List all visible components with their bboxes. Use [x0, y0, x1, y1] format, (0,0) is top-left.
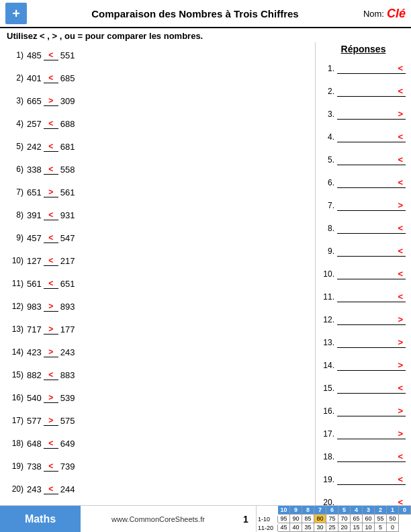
score-data-row: 11-20454035302520151050 — [257, 523, 411, 532]
problem-content: 457 < 547 — [27, 233, 75, 243]
operator-answer: > — [44, 393, 58, 403]
answer-number: 1. — [321, 64, 334, 73]
answer-row: 10. < — [321, 263, 406, 285]
number-right: 681 — [60, 142, 75, 152]
problem-row: 5) 242 < 681 — [7, 135, 308, 158]
score-value-cell: 45 — [278, 523, 290, 532]
problem-content: 882 < 883 — [27, 370, 75, 380]
operator-answer: < — [44, 439, 58, 449]
operator-answer: < — [44, 461, 58, 472]
operator-answer: < — [44, 119, 58, 129]
answer-number: 5. — [321, 155, 334, 165]
problem-content: 665 > 309 — [27, 96, 75, 106]
number-left: 983 — [27, 302, 42, 312]
operator-answer: > — [44, 96, 58, 106]
answer-row: 6. < — [321, 171, 406, 194]
number-right: 883 — [60, 370, 75, 380]
problem-row: 8) 391 < 931 — [7, 204, 308, 226]
footer: Maths www.CommonCoreSheets.fr 1 10987654… — [0, 505, 411, 532]
answer-value: < — [337, 246, 406, 257]
cle-label: Clé — [387, 7, 406, 21]
operator-answer: < — [44, 73, 58, 83]
score-header-row: 109876543210 — [257, 506, 411, 515]
operator-answer: < — [44, 370, 58, 380]
number-left: 257 — [27, 119, 42, 129]
problem-content: 983 > 893 — [27, 302, 75, 312]
score-value-cell: 90 — [290, 515, 302, 523]
operator-answer: < — [44, 210, 58, 220]
score-value-cell: 15 — [351, 523, 363, 532]
main-content: 1) 485 < 551 2) 401 < 685 3) 665 > 309 4… — [0, 42, 411, 519]
score-value-cell: 85 — [302, 515, 314, 523]
number-right: 558 — [60, 165, 75, 175]
score-value-cell: 10 — [363, 523, 375, 532]
answer-row: 16. > — [321, 400, 406, 423]
logo-icon: + — [5, 3, 27, 24]
problem-number: 18) — [7, 439, 24, 448]
number-left: 561 — [27, 279, 42, 289]
number-right: 177 — [60, 324, 75, 335]
problem-row: 13) 717 > 177 — [7, 318, 308, 341]
answer-row: 1. < — [321, 57, 406, 80]
number-right: 651 — [60, 279, 75, 289]
number-right: 244 — [60, 484, 75, 494]
score-value-cell: 80 — [314, 515, 326, 523]
answer-row: 3. > — [321, 103, 406, 126]
answer-row: 12. > — [321, 308, 406, 331]
problem-number: 1) — [7, 50, 24, 60]
number-right: 688 — [60, 119, 75, 129]
score-header-cell: 6 — [326, 506, 338, 515]
score-value-cell: 25 — [326, 523, 338, 532]
answer-number: 10. — [321, 269, 334, 279]
answer-number: 18. — [321, 452, 334, 461]
header: + Comparaison des Nombres à Trois Chiffr… — [0, 0, 411, 28]
score-value-cell: 65 — [351, 515, 363, 523]
problem-content: 485 < 551 — [27, 50, 75, 60]
operator-answer: > — [44, 302, 58, 312]
number-right: 685 — [60, 73, 75, 83]
problem-row: 6) 338 < 558 — [7, 158, 308, 181]
number-left: 648 — [27, 439, 42, 449]
answer-row: 5. < — [321, 148, 406, 171]
answer-row: 18. < — [321, 445, 406, 468]
problem-row: 17) 577 > 575 — [7, 409, 308, 432]
number-right: 547 — [60, 233, 75, 243]
problem-number: 11) — [7, 279, 24, 288]
answer-row: 13. > — [321, 331, 406, 354]
score-value-cell: 35 — [302, 523, 314, 532]
number-left: 717 — [27, 324, 42, 335]
problem-content: 391 < 931 — [27, 210, 75, 220]
number-right: 243 — [60, 347, 75, 357]
problem-number: 9) — [7, 233, 24, 242]
answers-title: Réponses — [321, 44, 406, 54]
number-left: 540 — [27, 393, 42, 403]
number-left: 457 — [27, 233, 42, 243]
number-right: 217 — [60, 256, 75, 266]
answer-value: < — [337, 292, 406, 302]
answer-value: < — [337, 223, 406, 234]
score-value-cell: 95 — [278, 515, 290, 523]
number-right: 539 — [60, 393, 75, 403]
number-right: 931 — [60, 210, 75, 220]
number-left: 242 — [27, 142, 42, 152]
answer-value: > — [337, 429, 406, 439]
answer-row: 8. < — [321, 217, 406, 240]
number-left: 485 — [27, 50, 42, 60]
page-number: 1 — [236, 506, 256, 532]
problem-number: 8) — [7, 210, 24, 220]
score-value-cell: 55 — [375, 515, 387, 523]
answer-value: < — [337, 474, 406, 485]
problem-number: 3) — [7, 96, 24, 105]
score-header-cell: 3 — [363, 506, 375, 515]
score-header-cell: 0 — [399, 506, 411, 515]
problem-row: 14) 423 > 243 — [7, 341, 308, 363]
problem-content: 577 > 575 — [27, 416, 75, 426]
problem-row: 11) 561 < 651 — [7, 272, 308, 295]
answer-value: < — [337, 383, 406, 394]
problem-content: 127 < 217 — [27, 256, 75, 266]
number-left: 738 — [27, 461, 42, 472]
problem-row: 1) 485 < 551 — [7, 44, 308, 66]
instructions: Utilisez < , > , ou = pour comparer les … — [0, 28, 411, 42]
number-right: 551 — [60, 50, 75, 60]
answer-value: > — [337, 314, 406, 325]
